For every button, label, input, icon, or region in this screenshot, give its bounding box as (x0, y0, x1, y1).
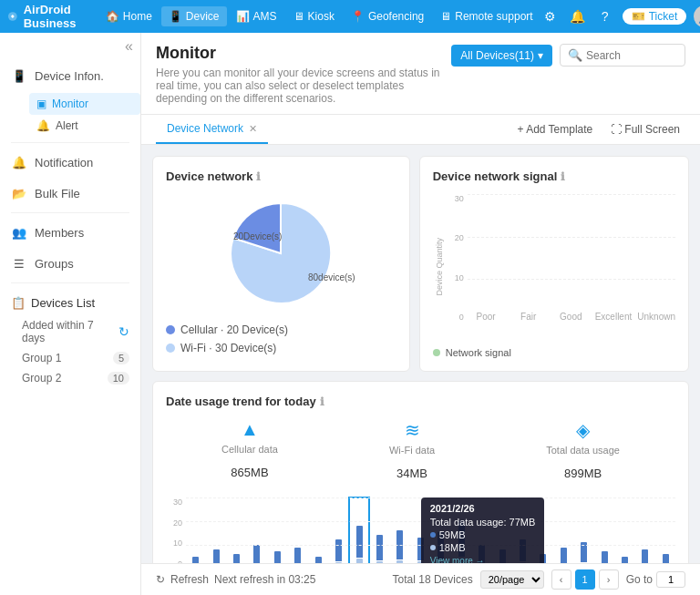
members-icon: 👥 (11, 224, 27, 241)
wifi-value: 34MB (396, 459, 427, 483)
nav-home[interactable]: 🏠 Home (98, 6, 160, 26)
bell-icon[interactable]: 🔔 (568, 6, 588, 26)
bar-col-1 (186, 498, 205, 563)
fullscreen-icon: ⛶ (611, 123, 622, 136)
data-stats-row: ▲ Cellular data 865MB ≋ Wi-Fi data 34MB (166, 419, 675, 483)
y-axis-numbers: 30 20 10 0 (449, 194, 464, 340)
avatar[interactable]: 👤 (694, 5, 700, 27)
nav-ams[interactable]: 📊 AMS (229, 6, 284, 26)
pie-chart-container: 20Device(s) 80device(s) (166, 194, 396, 313)
devices-list-icon: 📋 (11, 296, 26, 310)
device-info-icon: 📱 (11, 67, 27, 84)
added-within-row[interactable]: Added within 7 days ↻ (0, 315, 140, 348)
content-header: Monitor Here you can monitor all your de… (141, 33, 700, 115)
tooltip-dark-row: 59MB (430, 529, 536, 540)
group1-row[interactable]: Group 1 5 (0, 348, 140, 368)
bar-good: Good (552, 309, 590, 322)
sidebar: « 📱 Device Infon. ▣ Monitor 🔔 Alert 🔔 No… (0, 33, 141, 595)
tabs: Device Network ✕ (156, 115, 268, 144)
y-axis-label: Device Quantity (433, 194, 446, 340)
divider-2 (11, 212, 129, 213)
sidebar-item-bulk-file[interactable]: 📂 Bulk File (0, 178, 140, 209)
bar-col-23 (635, 498, 654, 563)
divider-1 (11, 142, 129, 143)
divider-3 (11, 282, 129, 283)
info-icon-usage: ℹ (320, 395, 324, 408)
header-left: Monitor Here you can monitor all your de… (156, 44, 451, 105)
sidebar-item-groups[interactable]: ☰ Groups (0, 248, 140, 279)
add-template-button[interactable]: + Add Template (511, 119, 598, 139)
tab-device-network[interactable]: Device Network ✕ (156, 115, 268, 144)
full-screen-button[interactable]: ⛶ Full Screen (605, 119, 685, 139)
dashboard: Device network ℹ (141, 145, 700, 563)
bar-col-2 (206, 498, 225, 563)
footer: ↻ Refresh Next refresh in 03:25 Total 18… (141, 563, 700, 595)
bar-fair: Fair (510, 309, 547, 322)
total-value: 899MB (564, 459, 602, 483)
cellular-stat: ▲ Cellular data 865MB (221, 419, 278, 483)
search-icon: 🔍 (568, 48, 582, 62)
per-page-select[interactable]: 20/page 50/page (480, 570, 544, 589)
next-page-button[interactable]: › (599, 569, 619, 590)
usage-tooltip: 2021/2/26 Total data usage: 77MB 59MB 18… (421, 498, 545, 563)
sidebar-item-alert[interactable]: 🔔 Alert (29, 115, 140, 137)
page-title: Monitor (156, 44, 451, 63)
question-icon[interactable]: ? (595, 6, 615, 26)
bar-col-24 (656, 498, 675, 563)
goto-input[interactable] (656, 571, 685, 588)
bar-col-8 (329, 498, 348, 563)
devices-list-section: 📋 Devices List Added within 7 days ↻ Gro… (0, 287, 140, 392)
nav-remote[interactable]: 🖥 Remote support (433, 6, 540, 26)
network-signal-card: Device network signal ℹ Device Quantity … (419, 156, 689, 372)
sidebar-item-device-info[interactable]: 📱 Device Infon. (0, 60, 140, 91)
settings-icon[interactable]: ⚙ (540, 6, 561, 26)
bar-col-21 (594, 498, 613, 563)
group2-row[interactable]: Group 2 10 (0, 368, 140, 388)
refresh-icon: ↻ (118, 324, 129, 339)
dropdown-icon: ▾ (538, 49, 543, 62)
groups-icon: ☰ (11, 255, 27, 272)
signal-legend: Network signal (433, 347, 675, 358)
tooltip-dark-dot (430, 532, 436, 538)
info-icon-signal: ℹ (561, 170, 565, 183)
sidebar-item-monitor[interactable]: ▣ Monitor (29, 93, 140, 115)
collapse-button[interactable]: « (125, 38, 133, 55)
legend-wifi: Wi-Fi · 30 Device(s) (166, 342, 396, 354)
total-stat: ◈ Total data usage 899MB (546, 419, 620, 483)
search-input[interactable] (586, 49, 677, 62)
bar-excellent: Excellent (595, 309, 633, 322)
sidebar-item-members[interactable]: 👥 Members (0, 217, 140, 248)
nav-device[interactable]: 📱 Device (161, 6, 227, 26)
bar-unknown: Unknown (637, 309, 675, 322)
cellular-value: 865MB (231, 458, 268, 482)
nav-geofencing[interactable]: 📍 Geofencing (344, 6, 431, 26)
pie-chart: 20Device(s) 80device(s) (199, 194, 363, 313)
stacked-y-axis: 30 20 10 0 (166, 498, 182, 563)
wifi-dot (166, 344, 175, 353)
bar-col-19 (554, 498, 573, 563)
tab-close-icon[interactable]: ✕ (249, 123, 257, 135)
total-icon: ◈ (576, 419, 590, 441)
search-box[interactable]: 🔍 (560, 44, 685, 67)
all-devices-button[interactable]: All Devices(11) ▾ (451, 45, 552, 67)
sidebar-collapse: « (0, 33, 140, 60)
device-network-title: Device network ℹ (166, 169, 396, 183)
prev-page-button[interactable]: ‹ (551, 569, 571, 590)
monitor-icon: ▣ (36, 97, 46, 110)
footer-left: ↻ Refresh Next refresh in 03:25 (156, 573, 315, 586)
nav-kiosk[interactable]: 🖥 Kiosk (286, 6, 342, 26)
bulk-file-icon: 📂 (11, 185, 27, 201)
ticket-button[interactable]: 🎫 Ticket (623, 8, 687, 25)
refresh-label[interactable]: Refresh (170, 573, 209, 586)
sidebar-item-notification[interactable]: 🔔 Notification (0, 147, 140, 178)
tooltip-view-more[interactable]: View more → (430, 556, 536, 563)
data-usage-title: Date usage trend for today ℹ (166, 395, 675, 408)
page-1-button[interactable]: 1 (575, 569, 595, 590)
total-devices: Total 18 Devices (393, 573, 473, 586)
wifi-icon: ≋ (405, 419, 420, 441)
devices-list-header: 📋 Devices List (0, 291, 140, 315)
bar-poor: Poor (468, 309, 505, 322)
pagination: ‹ 1 › (551, 569, 619, 590)
top-navigation: AirDroid Business 🏠 Home 📱 Device 📊 AMS … (0, 0, 700, 33)
header-right: All Devices(11) ▾ 🔍 (451, 44, 685, 67)
